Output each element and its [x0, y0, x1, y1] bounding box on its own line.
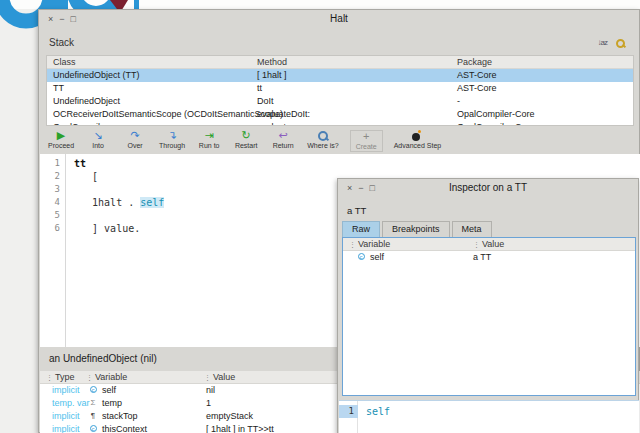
- through-button[interactable]: ↴ Through: [159, 130, 185, 149]
- stack-table-header: Class Method Package: [47, 56, 633, 69]
- code-line: self: [366, 405, 390, 418]
- inspector-code-pane[interactable]: 1 self: [339, 400, 639, 433]
- return-button[interactable]: ↩ Return: [270, 130, 296, 149]
- stack-frame-row[interactable]: UndefinedObject DoIt -: [47, 95, 633, 108]
- stack-frame-row[interactable]: OpalCompiler evaluate OpalCompiler-Core: [47, 121, 633, 126]
- inspector-titlebar[interactable]: × − □ Inspector on a TT: [338, 179, 638, 198]
- advanced-step-bomb-icon: [412, 130, 422, 141]
- inspector-table-header: ⋮Variable ⋮Value: [343, 238, 635, 251]
- desktop: × − □ Halt Stack ↓az Class Method Packag…: [0, 0, 640, 433]
- inspector-window: × − □ Inspector on a TT a TT Raw Breakpo…: [337, 178, 639, 433]
- selected-text: self: [140, 197, 164, 208]
- code-line: tt: [74, 157, 86, 170]
- sort-indicator-icon: ⋮: [349, 241, 356, 248]
- tab-breakpoints[interactable]: Breakpoints: [382, 221, 450, 237]
- code-line: 1halt . self: [74, 196, 164, 209]
- inspected-object-label: a TT: [347, 205, 366, 216]
- column-header-variable[interactable]: ⋮Variable: [349, 239, 390, 250]
- tab-meta[interactable]: Meta: [452, 221, 492, 237]
- stack-frame-row[interactable]: OCReceiverDoItSemanticScope (OCDoItSeman…: [47, 108, 633, 121]
- create-button[interactable]: + Create: [350, 130, 383, 152]
- step-into-icon: ↘: [93, 130, 102, 141]
- sigma-icon: Σ: [88, 398, 98, 407]
- window-title: Inspector on a TT: [338, 182, 638, 193]
- sort-indicator-icon: ⋮: [86, 374, 93, 381]
- debugger-toolbar: ▶ Proceed ↘ Into ↷ Over ↴ Through ⇥ Run …: [39, 128, 639, 154]
- line-number-gutter: 1: [339, 401, 358, 433]
- column-header-value[interactable]: ⋮Value: [473, 239, 504, 250]
- line-number-gutter: 1 2 3 4 5 6: [40, 154, 66, 347]
- sort-az-icon[interactable]: ↓az: [598, 38, 607, 47]
- sort-indicator-icon: ⋮: [204, 374, 211, 381]
- into-button[interactable]: ↘ Into: [85, 130, 111, 149]
- stack-frame-row[interactable]: TT tt AST-Core: [47, 82, 633, 95]
- column-header-package[interactable]: Package: [457, 57, 492, 68]
- stack-settings-icon[interactable]: [615, 38, 626, 49]
- sort-indicator-icon: ⋮: [473, 241, 480, 248]
- return-icon: ↩: [279, 130, 288, 141]
- column-header-type[interactable]: ⋮Type: [46, 372, 75, 383]
- column-header-method[interactable]: Method: [257, 57, 287, 68]
- halt-titlebar[interactable]: × − □ Halt: [39, 10, 639, 29]
- window-title: Halt: [39, 13, 639, 24]
- variable-row[interactable]: c self a TT: [343, 251, 635, 264]
- create-plus-icon: +: [363, 131, 369, 142]
- tab-raw[interactable]: Raw: [342, 221, 380, 237]
- proceed-play-icon: ▶: [57, 130, 65, 141]
- column-header-class[interactable]: Class: [53, 57, 76, 68]
- run-to-icon: ⇥: [205, 130, 214, 141]
- proceed-button[interactable]: ▶ Proceed: [48, 130, 74, 149]
- class-c-icon: c: [90, 425, 97, 432]
- step-over-icon: ↷: [130, 130, 139, 141]
- run-to-button[interactable]: ⇥ Run to: [196, 130, 222, 149]
- over-button[interactable]: ↷ Over: [122, 130, 148, 149]
- code-line: ] value.: [74, 222, 140, 235]
- code-line: [: [74, 170, 98, 183]
- sort-indicator-icon: ⋮: [46, 374, 53, 381]
- where-is-magnifier-icon: [318, 130, 328, 141]
- where-is-button[interactable]: Where is?: [307, 130, 339, 149]
- stack-frame-row[interactable]: UndefinedObject (TT) [ 1halt ] AST-Core: [47, 69, 633, 82]
- column-header-variable[interactable]: ⋮Variable: [86, 372, 127, 383]
- pilcrow-icon: ¶: [88, 411, 98, 420]
- stack-section-label: Stack: [49, 37, 74, 48]
- advanced-step-button[interactable]: Advanced Step: [394, 130, 441, 149]
- inspector-tabs: Raw Breakpoints Meta: [342, 221, 492, 237]
- restart-button[interactable]: ↻ Restart: [233, 130, 259, 149]
- inspector-variables-table: ⋮Variable ⋮Value c self a TT: [342, 237, 636, 396]
- class-c-icon: c: [90, 386, 97, 393]
- step-through-icon: ↴: [168, 130, 177, 141]
- restart-icon: ↻: [242, 130, 251, 141]
- stack-table: Class Method Package UndefinedObject (TT…: [46, 55, 634, 126]
- column-header-value[interactable]: ⋮Value: [204, 372, 235, 383]
- class-c-icon: c: [358, 253, 365, 260]
